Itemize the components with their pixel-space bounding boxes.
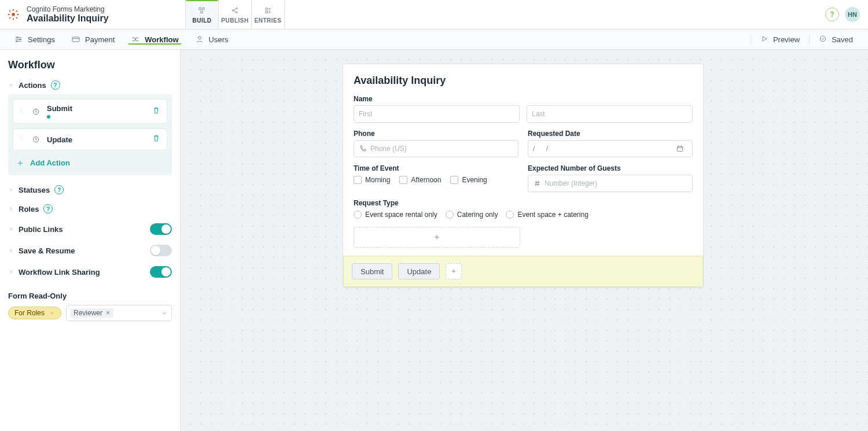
app-header: Cognito Forms Marketing Availability Inq… — [0, 0, 868, 30]
svg-point-17 — [21, 110, 21, 110]
preview-label: Preview — [773, 35, 800, 44]
section-save-resume-label: Save & Resume — [19, 246, 75, 255]
user-icon — [195, 35, 204, 44]
user-initials: HN — [848, 11, 857, 18]
subnav-settings[interactable]: Settings — [6, 35, 63, 44]
toggle-public-links[interactable] — [150, 223, 172, 235]
add-action-plus-button[interactable] — [446, 263, 462, 279]
label-guests: Expected Number of Guests — [528, 164, 693, 172]
section-roles[interactable]: Roles ? — [8, 199, 172, 218]
submit-button[interactable]: Submit — [352, 263, 392, 279]
section-workflow-link-sharing[interactable]: Workflow Link Sharing — [8, 261, 172, 282]
workflow-icon — [131, 35, 140, 44]
svg-point-20 — [22, 110, 23, 110]
add-action-button[interactable]: Add Action — [13, 155, 167, 171]
svg-point-4 — [232, 9, 233, 10]
chevron-right-icon — [8, 248, 14, 253]
subnav-workflow[interactable]: Workflow — [123, 35, 186, 44]
delete-action-button[interactable] — [152, 106, 161, 117]
chk-afternoon[interactable]: Afternoon — [399, 176, 441, 184]
subnav-payment[interactable]: Payment — [63, 35, 123, 44]
help-actions-icon[interactable]: ? — [51, 80, 60, 90]
chevron-down-icon — [49, 310, 55, 316]
svg-point-23 — [21, 137, 21, 137]
update-button[interactable]: Update — [398, 263, 440, 279]
tab-build[interactable]: BUILD — [185, 0, 219, 29]
action-card-update[interactable]: Update — [13, 128, 167, 150]
plus-icon — [450, 268, 457, 275]
last-name-placeholder: Last — [532, 110, 545, 118]
add-field-dropzone[interactable] — [354, 227, 520, 248]
grid-icon — [197, 6, 207, 15]
help-roles-icon[interactable]: ? — [43, 204, 53, 213]
saved-indicator[interactable]: Saved — [809, 35, 862, 45]
rad-event-plus-catering[interactable]: Event space + catering — [506, 211, 588, 219]
plus-icon — [433, 233, 441, 241]
request-type-radios: Event space rental only Catering only Ev… — [354, 211, 693, 219]
first-name-field[interactable]: First — [354, 105, 520, 123]
svg-point-21 — [22, 111, 23, 112]
section-actions: Actions ? Submit — [8, 77, 172, 175]
hash-icon — [533, 179, 541, 187]
toggle-save-resume[interactable] — [150, 245, 172, 256]
rad-event-space-only[interactable]: Event space rental only — [354, 211, 437, 219]
first-name-placeholder: First — [359, 110, 372, 118]
workflow-sidebar: Workflow Actions ? — [0, 50, 181, 431]
checkbox-icon — [450, 176, 458, 184]
for-roles-chip-label: For Roles — [14, 309, 45, 317]
time-of-event-checks: Morning Afternoon Evening — [354, 176, 518, 184]
section-save-resume[interactable]: Save & Resume — [8, 240, 172, 261]
guests-field[interactable]: Number (Integer) — [528, 175, 693, 192]
for-roles-chip[interactable]: For Roles — [8, 307, 61, 319]
subnav-workflow-label: Workflow — [145, 35, 178, 44]
radio-icon — [446, 211, 454, 219]
label-request-type: Request Type — [354, 199, 693, 207]
tab-publish[interactable]: PUBLISH — [219, 0, 252, 29]
section-roles-label: Roles — [19, 205, 39, 213]
phone-field[interactable]: Phone (US) — [354, 140, 518, 157]
last-name-field[interactable]: Last — [527, 105, 693, 123]
remove-role-icon[interactable]: × — [106, 309, 110, 317]
svg-point-6 — [236, 12, 237, 13]
date-field[interactable]: / / — [528, 140, 693, 157]
main-tabs: BUILD PUBLISH ENTRIES — [185, 0, 285, 29]
chevron-right-icon — [8, 187, 14, 193]
chevron-right-icon — [8, 226, 14, 232]
tab-entries[interactable]: ENTRIES — [252, 0, 285, 29]
role-tag-reviewer[interactable]: Reviewer × — [70, 308, 113, 318]
help-button[interactable]: ? — [825, 8, 839, 21]
action-title: Submit — [47, 104, 72, 113]
status-dot-icon — [47, 115, 50, 119]
svg-point-19 — [22, 108, 23, 109]
svg-rect-3 — [201, 11, 203, 13]
svg-point-13 — [198, 36, 201, 39]
svg-rect-8 — [266, 11, 268, 13]
tab-build-label: BUILD — [192, 17, 211, 24]
preview-button[interactable]: Preview — [751, 35, 809, 45]
action-title: Update — [47, 135, 72, 144]
svg-rect-7 — [266, 8, 268, 9]
subnav-users[interactable]: Users — [187, 35, 237, 44]
delete-action-button[interactable] — [152, 134, 161, 145]
svg-rect-12 — [72, 37, 79, 42]
drag-handle-icon[interactable] — [19, 106, 25, 117]
section-statuses[interactable]: Statuses ? — [8, 180, 172, 199]
drag-handle-icon[interactable] — [19, 134, 25, 145]
radio-icon — [354, 211, 362, 219]
chk-morning[interactable]: Morning — [354, 176, 390, 184]
user-avatar[interactable]: HN — [845, 7, 860, 22]
toggle-workflow-link-sharing[interactable] — [150, 266, 172, 278]
entries-icon — [263, 6, 273, 15]
section-actions-head[interactable]: Actions ? — [8, 77, 172, 93]
section-public-links[interactable]: Public Links — [8, 218, 172, 240]
chk-evening[interactable]: Evening — [450, 176, 487, 184]
builder-canvas[interactable]: Availability Inquiry Name First Last Pho… — [181, 50, 868, 431]
check-circle-icon — [819, 35, 827, 45]
role-multiselect[interactable]: Reviewer × — [66, 305, 172, 321]
svg-rect-1 — [199, 8, 201, 10]
rad-catering-only[interactable]: Catering only — [446, 211, 498, 219]
action-card-submit[interactable]: Submit — [13, 99, 167, 124]
chevron-right-icon — [8, 269, 14, 275]
help-statuses-icon[interactable]: ? — [54, 185, 64, 194]
form-action-bar: Submit Update — [343, 256, 703, 287]
